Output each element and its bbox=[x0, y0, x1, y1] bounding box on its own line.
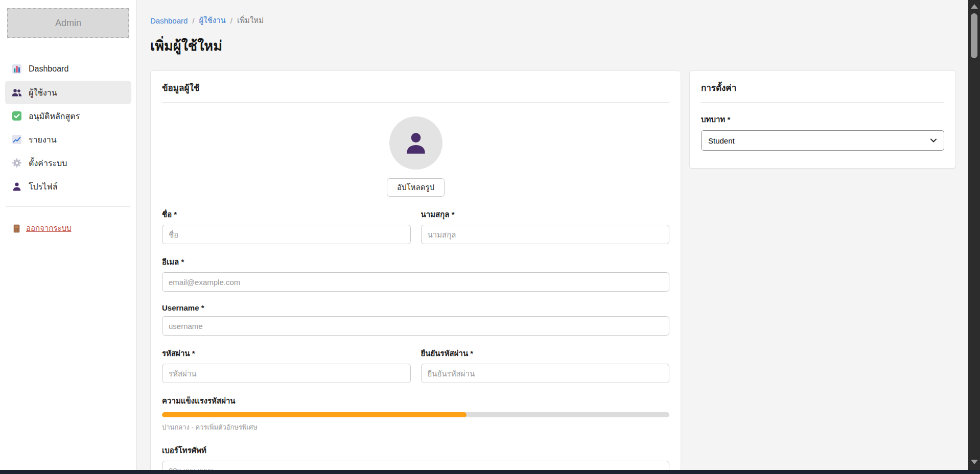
sidebar-item-system-settings[interactable]: ตั้งค่าระบบ bbox=[5, 151, 131, 175]
password-field[interactable] bbox=[162, 364, 411, 383]
last-name-label: นามสกุล * bbox=[421, 208, 670, 221]
password-strength-hint: ปานกลาง - ควรเพิ่มตัวอักษรพิเศษ bbox=[162, 422, 669, 433]
settings-card: การตั้งค่า บทบาท * Student bbox=[689, 70, 956, 169]
sidebar-item-users[interactable]: ผู้ใช้งาน bbox=[5, 81, 131, 104]
page-title: เพิ่มผู้ใช้ใหม่ bbox=[150, 35, 956, 57]
sidebar-item-dashboard[interactable]: Dashboard bbox=[5, 57, 131, 81]
first-name-label: ชื่อ * bbox=[162, 208, 411, 221]
triangle-down-icon bbox=[971, 460, 978, 464]
logout-label: ออกจากระบบ bbox=[26, 222, 72, 234]
role-select[interactable]: Student bbox=[701, 130, 944, 151]
first-name-field[interactable] bbox=[162, 225, 411, 244]
email-label: อีเมล * bbox=[162, 256, 669, 268]
avatar bbox=[389, 116, 442, 170]
chevron-down-icon bbox=[930, 137, 937, 144]
upload-photo-button[interactable]: อัปโหลดรูป bbox=[387, 178, 445, 197]
person-silhouette-icon bbox=[403, 130, 429, 156]
phone-label: เบอร์โทรศัพท์ bbox=[162, 444, 669, 457]
user-info-card-title: ข้อมูลผู้ใช้ bbox=[162, 71, 669, 103]
triangle-up-icon bbox=[971, 4, 978, 9]
username-label: Username * bbox=[162, 303, 669, 312]
sidebar-nav: Dashboard ผู้ใช้งาน อนุมัติหลักสูตร รายง… bbox=[0, 57, 136, 198]
breadcrumb-current: เพิ่มใหม่ bbox=[237, 14, 264, 27]
admin-logo-box: Admin bbox=[7, 8, 129, 38]
scrollbar-down-button[interactable] bbox=[968, 456, 980, 467]
breadcrumb-separator: / bbox=[192, 16, 194, 25]
sidebar-item-course-approval[interactable]: อนุมัติหลักสูตร bbox=[5, 104, 131, 128]
users-icon bbox=[12, 87, 22, 98]
sidebar-item-label: รายงาน bbox=[29, 133, 57, 146]
password-strength-fill bbox=[162, 412, 466, 417]
role-label: บทบาท * bbox=[701, 113, 944, 126]
scrollbar-thumb[interactable] bbox=[971, 13, 977, 58]
sidebar: Admin Dashboard ผู้ใช้งาน อนุมัติหลักสูต… bbox=[0, 0, 137, 470]
breadcrumb-separator: / bbox=[230, 16, 232, 25]
bar-chart-icon bbox=[12, 64, 22, 74]
person-icon bbox=[12, 181, 22, 192]
settings-card-title: การตั้งค่า bbox=[701, 71, 944, 103]
check-icon bbox=[12, 111, 22, 121]
scrollbar-up-button[interactable] bbox=[968, 1, 980, 12]
sidebar-item-reports[interactable]: รายงาน bbox=[5, 128, 131, 151]
password-strength-label: ความแข็งแรงรหัสผ่าน bbox=[162, 395, 669, 407]
breadcrumb-link-dashboard[interactable]: Dashboard bbox=[150, 16, 188, 25]
email-field[interactable] bbox=[162, 272, 669, 292]
role-selected-value: Student bbox=[708, 136, 735, 145]
user-info-card: ข้อมูลผู้ใช้ อัปโหลดรูป ชื่อ * นามสกุล * bbox=[150, 70, 681, 474]
gear-icon bbox=[12, 158, 22, 168]
sidebar-item-label: ตั้งค่าระบบ bbox=[29, 157, 67, 170]
vertical-scrollbar[interactable] bbox=[968, 0, 980, 474]
breadcrumb-link-users[interactable]: ผู้ใช้งาน bbox=[199, 14, 226, 27]
confirm-password-label: ยืนยันรหัสผ่าน * bbox=[421, 347, 670, 360]
username-field[interactable] bbox=[162, 316, 669, 336]
sidebar-item-label: อนุมัติหลักสูตร bbox=[29, 110, 80, 123]
password-label: รหัสผ่าน * bbox=[162, 347, 411, 360]
admin-logo-text: Admin bbox=[55, 18, 81, 29]
sidebar-item-label: Dashboard bbox=[29, 64, 68, 74]
main-content: Dashboard / ผู้ใช้งาน / เพิ่มใหม่ เพิ่มผ… bbox=[137, 0, 968, 470]
sidebar-item-label: ผู้ใช้งาน bbox=[29, 86, 57, 99]
last-name-field[interactable] bbox=[421, 225, 670, 244]
sidebar-item-profile[interactable]: โปรไฟล์ bbox=[5, 175, 131, 198]
breadcrumb: Dashboard / ผู้ใช้งาน / เพิ่มใหม่ bbox=[150, 14, 956, 27]
bottom-bar bbox=[0, 470, 980, 474]
sidebar-item-label: โปรไฟล์ bbox=[29, 180, 58, 193]
door-icon bbox=[12, 224, 21, 233]
confirm-password-field[interactable] bbox=[421, 364, 670, 383]
sidebar-divider bbox=[6, 206, 130, 207]
chart-increasing-icon bbox=[12, 134, 22, 145]
password-strength-bar bbox=[162, 412, 669, 417]
logout-link[interactable]: ออกจากระบบ bbox=[12, 222, 72, 234]
